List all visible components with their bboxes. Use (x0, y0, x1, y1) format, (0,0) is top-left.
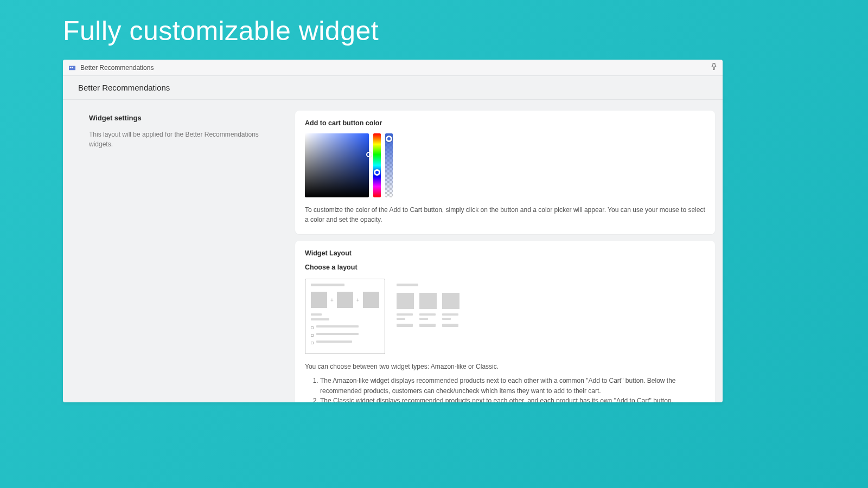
layout-option-amazon[interactable]: + + (305, 279, 385, 354)
slide-title: Fully customizable widget (0, 0, 868, 47)
settings-sidebar: Widget settings This layout will be appl… (89, 111, 284, 402)
layout-list: The Amazon-like widget displays recommen… (305, 376, 705, 402)
titlebar-app-name: Better Recommendations (80, 64, 154, 72)
content-area: Widget settings This layout will be appl… (63, 100, 723, 402)
layout-intro: You can choose between two widget types:… (305, 362, 705, 371)
layout-card: Widget Layout Choose a layout + + (295, 241, 715, 402)
color-alpha-handle[interactable] (386, 136, 392, 142)
layout-option-classic[interactable] (396, 279, 460, 354)
layout-item-1: The Amazon-like widget displays recommen… (320, 376, 705, 396)
color-alpha-slider[interactable] (385, 133, 393, 197)
layout-choose-label: Choose a layout (305, 264, 705, 271)
layout-card-title: Widget Layout (305, 249, 705, 257)
color-hue-slider[interactable] (373, 133, 381, 197)
color-saturation-panel[interactable] (305, 133, 369, 197)
page-header: Better Recommendations (63, 76, 723, 100)
app-window: Better Recommendations Better Recommenda… (63, 60, 723, 402)
pin-icon[interactable] (711, 63, 717, 72)
sidebar-description: This layout will be applied for the Bett… (89, 130, 284, 149)
layout-options: + + (305, 279, 705, 354)
color-card-help: To customize the color of the Add to Car… (305, 205, 705, 224)
color-hue-handle[interactable] (374, 169, 380, 176)
color-sv-handle[interactable] (366, 152, 372, 157)
app-logo-icon (68, 65, 76, 71)
svg-rect-2 (72, 67, 73, 68)
color-picker (305, 133, 705, 197)
layout-item-2: The Classic widget displays recommended … (320, 396, 705, 402)
titlebar: Better Recommendations (63, 60, 723, 76)
svg-rect-1 (70, 67, 72, 68)
page-title: Better Recommendations (78, 83, 170, 92)
settings-panels: Add to cart button color To customize th… (295, 111, 715, 402)
color-card-title: Add to cart button color (305, 119, 705, 127)
color-card: Add to cart button color To customize th… (295, 111, 715, 234)
sidebar-heading: Widget settings (89, 114, 284, 122)
